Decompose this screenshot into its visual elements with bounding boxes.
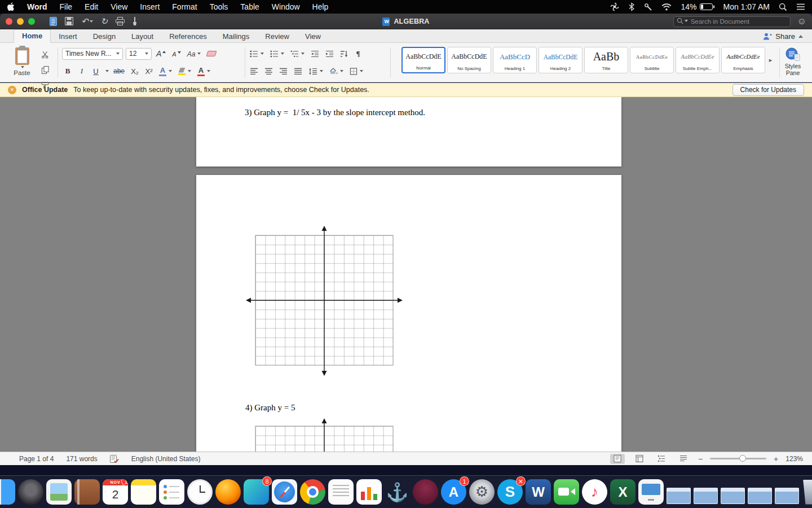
battery-status[interactable]: 14% (681, 2, 714, 11)
format-painter-button[interactable] (39, 79, 51, 91)
wifi-icon[interactable] (661, 3, 672, 11)
dock-podcasts-icon[interactable] (413, 479, 438, 505)
dock-excel-icon[interactable] (610, 479, 636, 505)
menu-edit[interactable]: Edit (85, 2, 98, 11)
style-emphasis[interactable]: AaBbCcDdEe Emphasis (721, 47, 765, 73)
decrease-indent-button[interactable] (309, 47, 321, 60)
justify-button[interactable] (292, 65, 304, 77)
font-name-select[interactable]: Times New R... (62, 48, 123, 60)
tab-mailings[interactable]: Mailings (215, 30, 258, 43)
dock-charts-icon[interactable] (356, 479, 382, 505)
document-page-2[interactable]: 4) Graph y = 5 (196, 175, 621, 452)
shrink-font-button[interactable] (170, 47, 182, 60)
dock-screen-sharing-icon[interactable] (638, 479, 664, 505)
paste-dropdown-caret[interactable] (21, 66, 24, 68)
grow-font-button[interactable] (155, 47, 167, 60)
spotlight-icon[interactable] (779, 3, 787, 11)
chevron-up-icon[interactable] (798, 35, 803, 38)
copy-button[interactable] (39, 64, 51, 76)
style-heading-1[interactable]: AaBbCcD Heading 1 (493, 47, 537, 73)
increase-indent-button[interactable] (324, 47, 336, 60)
print-layout-icon[interactable] (50, 17, 57, 26)
zoom-level[interactable]: 123% (785, 455, 803, 463)
dock-facetime-icon[interactable] (554, 479, 579, 505)
bluetooth-icon[interactable] (628, 2, 635, 11)
dock-word-icon[interactable] (526, 479, 551, 505)
problem-4-text[interactable]: 4) Graph y = 5 (245, 403, 295, 413)
highlight-button[interactable] (176, 65, 193, 77)
page-indicator[interactable]: Page 1 of 4 (19, 455, 54, 463)
sort-button[interactable] (338, 47, 350, 60)
cut-button[interactable] (39, 49, 51, 61)
menu-insert[interactable]: Insert (140, 2, 160, 11)
dock-music-icon[interactable] (582, 479, 607, 505)
word-count[interactable]: 171 words (66, 455, 97, 463)
dock-mail-icon[interactable]: 8 (244, 479, 269, 505)
font-size-select[interactable]: 12 (126, 48, 152, 60)
shading-button[interactable] (328, 65, 345, 77)
print-layout-view-button[interactable] (610, 454, 625, 464)
menu-tools[interactable]: Tools (210, 2, 228, 11)
bold-button[interactable]: B (62, 65, 73, 77)
check-updates-button[interactable]: Check for Updates (732, 84, 804, 96)
dock-minimized-window-1[interactable] (667, 488, 691, 504)
menu-format[interactable]: Format (172, 2, 197, 11)
dock-minimized-window-3[interactable] (721, 488, 745, 504)
numbered-list-button[interactable] (268, 47, 286, 60)
style-subtitle[interactable]: AaBbCcDdEe Subtitle (630, 47, 674, 73)
minimize-window-button[interactable] (17, 18, 24, 25)
align-left-button[interactable] (248, 65, 260, 77)
tab-view[interactable]: View (297, 30, 329, 43)
borders-button[interactable] (348, 65, 365, 77)
undo-button[interactable] (81, 17, 93, 25)
text-effects-button[interactable]: A (157, 65, 174, 77)
italic-button[interactable]: I (76, 65, 87, 77)
dock-minimized-window-4[interactable] (748, 488, 772, 504)
multilevel-list-button[interactable] (289, 47, 306, 60)
draft-view-button[interactable] (676, 454, 691, 464)
dock-contacts-icon[interactable] (74, 479, 100, 505)
menu-table[interactable]: Table (240, 2, 259, 11)
zoom-window-button[interactable] (28, 18, 35, 25)
language-indicator[interactable]: English (United States) (131, 455, 201, 463)
format-brush-icon[interactable] (133, 17, 137, 26)
dock-reminders-icon[interactable] (159, 479, 184, 505)
problem-3-text[interactable]: 3) Graph y = 1/ 5x - 3 by the slope inte… (245, 108, 425, 117)
style-subtle-emphasis[interactable]: AaBbCcDdEe Subtle Emph... (676, 47, 720, 73)
align-center-button[interactable] (263, 65, 275, 77)
style-title[interactable]: AaBb Title (584, 47, 628, 73)
dock-trash-icon[interactable] (802, 480, 812, 505)
menu-view[interactable]: View (111, 2, 127, 11)
feedback-smiley-icon[interactable] (797, 17, 806, 26)
zoom-slider[interactable] (710, 458, 766, 459)
align-right-button[interactable] (277, 65, 289, 77)
tab-review[interactable]: Review (257, 30, 297, 43)
show-paragraph-marks-button[interactable]: ¶ (352, 47, 364, 60)
dock-app-store-icon[interactable]: 1 (441, 479, 466, 505)
strikethrough-button[interactable]: abe (112, 65, 126, 77)
search-input[interactable] (673, 16, 791, 27)
apple-menu-icon[interactable] (7, 2, 15, 11)
underline-caret[interactable] (105, 70, 109, 72)
zoom-in-button[interactable] (774, 454, 778, 463)
dock-firefox-icon[interactable] (215, 479, 241, 505)
dock-notes-icon[interactable] (131, 479, 156, 505)
styles-gallery-more-button[interactable] (767, 47, 774, 73)
menu-clock[interactable]: Mon 1:07 AM (723, 2, 770, 11)
outline-view-button[interactable] (654, 454, 669, 464)
zoom-slider-knob[interactable] (739, 455, 746, 462)
style-normal[interactable]: AaBbCcDdE Normal (401, 47, 445, 73)
style-heading-2[interactable]: AaBbCcDdE Heading 2 (539, 47, 582, 73)
web-layout-view-button[interactable] (632, 454, 647, 464)
menu-file[interactable]: File (60, 2, 73, 11)
tab-home[interactable]: Home (14, 29, 51, 43)
document-page-1[interactable]: 3) Graph y = 1/ 5x - 3 by the slope inte… (196, 97, 621, 167)
styles-pane-button[interactable]: Styles Pane (778, 47, 807, 76)
dock-anchor-icon[interactable] (385, 479, 410, 505)
dock-minimized-window-2[interactable] (694, 488, 718, 504)
dock-minimized-window-5[interactable] (775, 488, 799, 504)
change-case-button[interactable] (186, 47, 203, 60)
bullet-list-button[interactable] (248, 47, 266, 60)
clear-formatting-button[interactable] (205, 47, 218, 60)
paste-button[interactable]: Paste (9, 47, 35, 91)
